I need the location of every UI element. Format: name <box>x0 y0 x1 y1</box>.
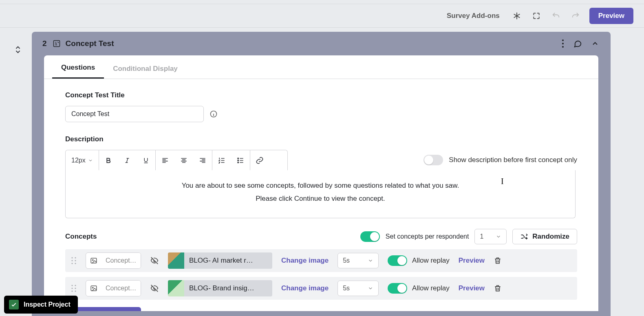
preview-button[interactable]: Preview <box>589 8 633 24</box>
concept-file-chip: BLOG- AI market r… <box>168 252 272 269</box>
question-number: 2 <box>42 39 47 48</box>
concept-row: BLOG- AI market r… Change image 5s Allow… <box>65 249 577 272</box>
svg-point-13 <box>75 263 76 264</box>
concept-file-chip: BLOG- Brand insig… <box>168 280 272 296</box>
text-cursor-icon: I <box>501 177 504 186</box>
concept-thumbnail <box>168 252 184 269</box>
more-menu-icon[interactable] <box>562 39 564 48</box>
image-icon <box>86 285 101 292</box>
description-label: Description <box>65 135 577 143</box>
description-line-2: Please click Continue to view the concep… <box>73 192 568 205</box>
undo-icon[interactable] <box>550 10 562 22</box>
image-icon <box>86 257 101 264</box>
link-icon[interactable] <box>250 150 269 170</box>
svg-point-6 <box>238 160 238 160</box>
delete-icon[interactable] <box>494 257 502 265</box>
main-area: 2 Concept Test Questions Conditional <box>0 28 644 316</box>
italic-icon[interactable] <box>118 150 137 170</box>
concept-row: BLOG- Brand insig… Change image 5s Allow… <box>65 277 577 300</box>
hide-icon[interactable] <box>150 256 159 265</box>
panel-header: 2 Concept Test <box>32 32 611 55</box>
svg-point-19 <box>75 287 76 289</box>
svg-point-5 <box>238 158 238 158</box>
set-per-respondent-label: Set concepts per respondent <box>386 233 469 240</box>
allow-replay-label: Allow replay <box>412 257 450 265</box>
bold-icon[interactable] <box>99 150 118 170</box>
concept-name-input[interactable] <box>101 253 141 268</box>
concept-filename: BLOG- AI market r… <box>189 257 253 265</box>
concept-name-chip <box>86 252 141 269</box>
align-right-icon[interactable] <box>193 150 212 170</box>
allow-replay-toggle[interactable] <box>388 283 407 294</box>
font-size-select[interactable]: 12px <box>66 150 99 170</box>
inspect-project-button[interactable]: Inspect Project <box>4 296 78 314</box>
duration-select[interactable]: 5s <box>337 281 379 296</box>
randomize-button[interactable]: Randomize <box>512 229 577 244</box>
app-toolbar: Survey Add-ons Preview <box>0 4 644 28</box>
info-icon[interactable] <box>210 110 218 118</box>
underline-icon[interactable] <box>137 150 155 170</box>
svg-point-15 <box>93 259 93 260</box>
tab-conditional-display[interactable]: Conditional Display <box>104 58 187 79</box>
change-image-link[interactable]: Change image <box>281 284 329 292</box>
reorder-handle[interactable] <box>4 32 32 316</box>
svg-point-10 <box>71 260 73 261</box>
panel-title: Concept Test <box>66 39 114 48</box>
expand-icon[interactable] <box>531 10 542 22</box>
concept-test-icon <box>53 40 61 48</box>
concept-thumbnail <box>168 280 184 296</box>
concept-name-input[interactable] <box>101 281 141 296</box>
allow-replay-toggle[interactable] <box>388 255 407 266</box>
change-image-link[interactable]: Change image <box>281 257 329 265</box>
question-panel: 2 Concept Test Questions Conditional <box>32 32 611 316</box>
tab-questions[interactable]: Questions <box>52 57 104 79</box>
svg-point-12 <box>71 263 73 264</box>
description-editor[interactable]: You are about to see some concepts, foll… <box>65 170 576 218</box>
svg-point-18 <box>71 287 73 289</box>
rich-text-toolbar: 12px <box>65 150 288 170</box>
show-description-once-toggle[interactable] <box>423 155 443 165</box>
drag-handle-icon[interactable] <box>71 284 77 292</box>
unordered-list-icon[interactable] <box>231 150 250 170</box>
set-per-respondent-toggle[interactable] <box>360 231 380 242</box>
svg-point-23 <box>93 287 93 288</box>
drag-handle-icon[interactable] <box>71 257 77 265</box>
asterisk-icon[interactable] <box>511 10 523 22</box>
svg-rect-22 <box>91 286 97 291</box>
svg-point-1 <box>562 40 564 41</box>
concept-title-input[interactable] <box>65 106 204 122</box>
svg-point-9 <box>75 257 76 258</box>
allow-replay-label: Allow replay <box>412 284 450 292</box>
hide-icon[interactable] <box>150 284 159 293</box>
concept-preview-link[interactable]: Preview <box>459 284 485 292</box>
svg-point-17 <box>75 285 76 286</box>
svg-point-8 <box>71 257 73 258</box>
concepts-per-respondent-select[interactable]: 1 <box>474 229 507 244</box>
add-concept-button[interactable]: Add Concept <box>75 307 141 311</box>
show-description-once-label: Show description before first concept on… <box>449 156 577 164</box>
svg-point-21 <box>75 290 76 292</box>
comment-icon[interactable] <box>573 39 582 48</box>
align-center-icon[interactable] <box>174 150 193 170</box>
duration-select[interactable]: 5s <box>337 253 379 268</box>
panel-body: Questions Conditional Display Concept Te… <box>44 55 598 311</box>
concepts-header: Concepts Set concepts per respondent 1 R… <box>65 229 577 244</box>
svg-point-11 <box>75 260 76 261</box>
ordered-list-icon[interactable] <box>212 150 231 170</box>
svg-rect-14 <box>91 258 97 263</box>
svg-point-16 <box>71 285 73 286</box>
concept-preview-link[interactable]: Preview <box>459 257 485 265</box>
svg-point-3 <box>562 46 564 48</box>
tabs: Questions Conditional Display <box>44 55 598 79</box>
survey-addons-link[interactable]: Survey Add-ons <box>447 12 500 20</box>
concepts-label: Concepts <box>65 233 97 241</box>
delete-icon[interactable] <box>494 284 502 292</box>
svg-point-7 <box>238 162 238 162</box>
svg-point-20 <box>71 290 73 292</box>
align-left-icon[interactable] <box>156 150 174 170</box>
svg-point-2 <box>562 43 564 44</box>
collapse-icon[interactable] <box>591 40 599 48</box>
top-divider <box>0 0 644 4</box>
redo-icon[interactable] <box>570 10 581 22</box>
concept-filename: BLOG- Brand insig… <box>189 284 254 292</box>
